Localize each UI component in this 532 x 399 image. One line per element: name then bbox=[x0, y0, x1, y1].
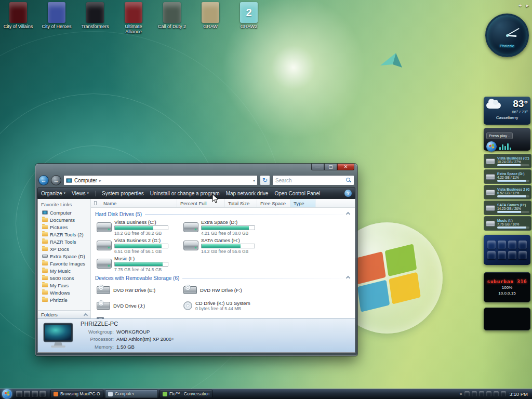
removable-drive-item[interactable]: CD Drive (K:) U3 System 0 bytes free of … bbox=[182, 298, 269, 313]
organize-button[interactable]: Organize▾ bbox=[41, 191, 65, 196]
favorite-link[interactable]: My Favs bbox=[38, 282, 90, 289]
desktop-icon[interactable]: City of Villains bbox=[3, 2, 33, 35]
breadcrumb[interactable]: Computer bbox=[74, 178, 97, 183]
favorite-link[interactable]: RAZR Tools (2) bbox=[38, 231, 90, 238]
removable-drive-item[interactable]: DVD RW Drive (E:) bbox=[95, 282, 182, 298]
system-properties-button[interactable]: System properties bbox=[95, 191, 144, 196]
launcher-app-icon[interactable] bbox=[498, 241, 506, 249]
uninstall-program-button[interactable]: Uninstall or change a program bbox=[150, 191, 220, 196]
hard-drive-item[interactable]: Extra Space (D:) 4.21 GB free of 38.0 GB bbox=[182, 218, 269, 236]
minimize-button[interactable]: — bbox=[311, 164, 324, 170]
quick-launch-icon[interactable] bbox=[32, 391, 38, 397]
press-play-button[interactable]: Press play .. bbox=[486, 132, 513, 139]
launcher-app-icon[interactable] bbox=[487, 241, 496, 249]
hard-drive-item[interactable]: Vista Business (C:) 10.2 GB free of 38.2… bbox=[95, 218, 182, 236]
address-dropdown-icon[interactable]: ▾ bbox=[253, 178, 255, 183]
favorite-link[interactable]: My Music bbox=[38, 267, 90, 274]
removable-drive-item[interactable]: DVD Drive (J:) bbox=[95, 298, 182, 313]
media-player-gadget[interactable]: Press play .. bbox=[484, 128, 530, 151]
maximize-button[interactable]: ▢ bbox=[324, 164, 337, 170]
launcher-app-icon[interactable] bbox=[508, 241, 516, 249]
title-bar[interactable]: — ▢ ✕ bbox=[37, 164, 355, 173]
desktop-icon[interactable]: Ultimate Alliance bbox=[118, 2, 149, 35]
search-box[interactable] bbox=[272, 175, 354, 185]
favorite-link[interactable]: 5600 Icons bbox=[38, 274, 90, 282]
views-button[interactable]: Views▾ bbox=[72, 191, 89, 196]
collapse-group-icon[interactable] bbox=[346, 212, 350, 216]
removable-drive-item[interactable]: Floppy Disk Drive (A:) bbox=[95, 313, 182, 318]
wireless-gadget[interactable]: suburban 316 100% 10.0.0.15 bbox=[484, 272, 530, 302]
removable-drive-item[interactable]: DVD RW Drive (F:) bbox=[182, 282, 269, 298]
add-gadget-icon[interactable]: + bbox=[518, 2, 522, 9]
folders-expander[interactable]: Folders bbox=[38, 310, 90, 318]
favorite-link[interactable]: Favorite Images bbox=[38, 260, 90, 267]
taskbar-task[interactable]: Browsing Mac/PC O... bbox=[50, 390, 103, 398]
drive-meter-item[interactable]: Music (I:) 7.76 GB / 10% bbox=[484, 216, 531, 231]
collapse-group-icon[interactable] bbox=[346, 276, 350, 280]
help-icon[interactable]: ? bbox=[344, 190, 352, 197]
favorite-link[interactable]: Computer bbox=[38, 209, 90, 216]
favorite-link[interactable]: XP Docs bbox=[38, 245, 90, 252]
desktop-icon[interactable]: GRAW bbox=[195, 2, 225, 35]
back-button[interactable]: ← bbox=[38, 175, 49, 185]
weather-gadget[interactable]: 83° 86° / 73° Casselberry bbox=[484, 97, 530, 125]
drive-meter-item[interactable]: Vista Business 2 (G:) 6.52 GB / 12% bbox=[484, 185, 531, 200]
quick-launch-icon[interactable] bbox=[24, 391, 30, 397]
column-total-size[interactable]: Total Size bbox=[225, 199, 257, 207]
quick-launch-icon[interactable] bbox=[39, 391, 46, 397]
launcher-app-icon[interactable] bbox=[518, 241, 527, 249]
breadcrumb-chevron-icon[interactable]: ▸ bbox=[99, 178, 101, 183]
column-percent-full[interactable]: Percent Full bbox=[177, 199, 225, 207]
launcher-app-icon[interactable] bbox=[498, 251, 506, 259]
close-button[interactable]: ✕ bbox=[337, 164, 354, 170]
desktop-icon[interactable]: 2 GRAW2 bbox=[234, 2, 264, 35]
favorite-link[interactable]: RAZR Tools bbox=[38, 238, 90, 245]
forward-button[interactable]: → bbox=[51, 175, 61, 185]
sidebar-options-icon[interactable]: ▸ bbox=[526, 2, 529, 9]
hard-drive-item[interactable]: Music (I:) 7.75 GB free of 74.5 GB bbox=[95, 255, 182, 273]
column-type[interactable]: Type bbox=[290, 199, 315, 207]
search-input[interactable] bbox=[275, 178, 346, 183]
desktop-icon[interactable]: City of Heroes bbox=[42, 2, 72, 35]
windows-media-orb-icon[interactable] bbox=[486, 141, 497, 152]
favorite-link[interactable]: Extra Space (D) bbox=[38, 252, 90, 260]
tray-icon[interactable] bbox=[486, 391, 491, 396]
favorite-link[interactable]: Phrizzle bbox=[38, 296, 90, 303]
launcher-app-icon[interactable] bbox=[487, 251, 496, 259]
quick-launch-icon[interactable] bbox=[16, 391, 22, 397]
drive-name: Floppy Disk Drive (A:) bbox=[107, 318, 180, 319]
column-free-space[interactable]: Free Space bbox=[257, 199, 290, 207]
desktop-icon[interactable]: Transformers bbox=[80, 2, 110, 35]
refresh-button[interactable]: ↻ bbox=[260, 175, 270, 185]
group-header-removable-storage[interactable]: Devices with Removable Storage (6) bbox=[95, 274, 354, 282]
tray-icon[interactable] bbox=[464, 391, 470, 396]
start-button[interactable] bbox=[2, 389, 12, 399]
tray-icon[interactable] bbox=[472, 391, 477, 396]
tray-icon[interactable] bbox=[494, 391, 499, 396]
drive-meter-item[interactable]: Extra Space (D:) 4.22 GB / 11% bbox=[484, 169, 531, 184]
hidden-icons-arrow[interactable]: « bbox=[460, 391, 462, 396]
tray-icon[interactable] bbox=[501, 391, 506, 396]
drive-meter-item[interactable]: SATA Games (H:) 14.25 GB / 26% bbox=[484, 201, 531, 215]
drive-meter-item[interactable]: Vista Business (C:) 10.24 GB / 27% bbox=[484, 154, 531, 168]
launcher-app-icon[interactable] bbox=[508, 251, 516, 259]
map-network-drive-button[interactable]: Map network drive bbox=[226, 191, 269, 196]
select-all-checkbox[interactable] bbox=[91, 199, 100, 207]
favorite-link[interactable]: Windows bbox=[38, 289, 90, 296]
taskbar-clock[interactable]: 3:10 PM bbox=[510, 391, 528, 397]
taskbar-task[interactable]: Flo™ - Conversation bbox=[159, 390, 212, 398]
group-header-hard-disk-drives[interactable]: Hard Disk Drives (5) bbox=[95, 210, 354, 218]
removable-drive-item[interactable]: READYBOOST (L:) bbox=[182, 313, 269, 318]
hard-drive-item[interactable]: Vista Business 2 (G:) 6.51 GB free of 56… bbox=[95, 236, 182, 255]
favorite-link[interactable]: Pictures bbox=[38, 223, 90, 231]
tray-icon[interactable] bbox=[479, 391, 484, 396]
address-bar[interactable]: Computer ▸ ▾ bbox=[63, 175, 258, 185]
launcher-app-icon[interactable] bbox=[518, 251, 527, 259]
open-control-panel-button[interactable]: Open Control Panel bbox=[274, 191, 320, 196]
column-name[interactable]: Name bbox=[100, 199, 177, 207]
desktop-icon[interactable]: Call of Duty 2 bbox=[157, 2, 187, 35]
taskbar-task[interactable]: Computer bbox=[105, 390, 158, 398]
hard-drive-item[interactable]: SATA Games (H:) 14.2 GB free of 55.6 GB bbox=[182, 236, 269, 255]
favorite-link[interactable]: Documents bbox=[38, 216, 90, 223]
clock-gadget[interactable]: Phrizzle bbox=[485, 14, 529, 57]
